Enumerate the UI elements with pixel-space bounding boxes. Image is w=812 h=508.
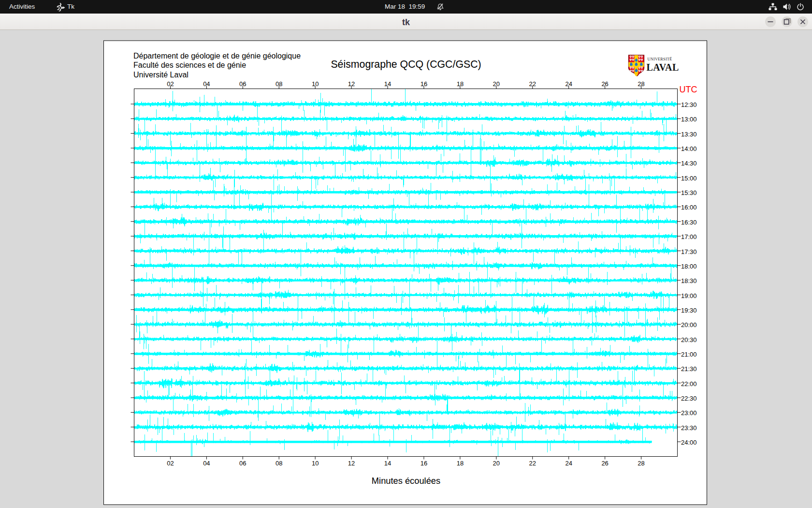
svg-text:UTC: UTC: [680, 85, 697, 94]
svg-text:Université Laval: Université Laval: [133, 71, 188, 79]
svg-text:22:00: 22:00: [681, 380, 697, 388]
svg-text:08: 08: [276, 80, 282, 88]
svg-text:18: 18: [457, 80, 464, 88]
svg-text:14:30: 14:30: [681, 160, 697, 167]
svg-text:22:30: 22:30: [681, 395, 697, 402]
svg-text:16:30: 16:30: [681, 219, 697, 226]
svg-text:15:30: 15:30: [681, 189, 697, 196]
svg-text:18:00: 18:00: [681, 263, 697, 270]
svg-text:Séismographe QCQ (CGC/GSC): Séismographe QCQ (CGC/GSC): [331, 59, 481, 70]
svg-text:06: 06: [239, 460, 246, 467]
svg-text:26: 26: [601, 460, 608, 467]
svg-text:24: 24: [565, 80, 572, 88]
svg-text:19:30: 19:30: [681, 307, 697, 314]
svg-text:18:30: 18:30: [681, 277, 697, 284]
svg-text:14: 14: [384, 80, 391, 88]
svg-text:04: 04: [203, 460, 210, 467]
svg-text:17:30: 17:30: [681, 248, 697, 255]
svg-text:16:00: 16:00: [681, 204, 697, 211]
svg-text:08: 08: [276, 460, 282, 467]
svg-text:12:30: 12:30: [681, 101, 697, 108]
svg-text:20: 20: [493, 80, 500, 88]
svg-text:10: 10: [312, 460, 319, 467]
svg-text:02: 02: [167, 80, 174, 88]
svg-text:18: 18: [457, 460, 464, 467]
svg-text:UNIVERSITÉ: UNIVERSITÉ: [648, 57, 672, 61]
svg-text:15:00: 15:00: [681, 175, 697, 182]
svg-text:21:00: 21:00: [681, 351, 697, 358]
svg-text:19:00: 19:00: [681, 292, 697, 299]
svg-text:20: 20: [493, 460, 500, 467]
svg-text:14:00: 14:00: [681, 145, 697, 152]
svg-text:Minutes écoulées: Minutes écoulées: [372, 476, 440, 486]
svg-text:20:00: 20:00: [681, 321, 697, 329]
svg-text:17:00: 17:00: [681, 233, 697, 240]
svg-text:06: 06: [239, 80, 246, 88]
svg-text:14: 14: [384, 460, 391, 467]
svg-text:22: 22: [529, 460, 536, 467]
svg-text:24:00: 24:00: [681, 439, 697, 446]
svg-text:12: 12: [348, 80, 355, 88]
svg-text:04: 04: [203, 80, 210, 88]
svg-text:23:30: 23:30: [681, 424, 697, 432]
svg-text:13:00: 13:00: [681, 116, 697, 123]
svg-text:13:30: 13:30: [681, 131, 697, 138]
svg-text:Faculté des sciences et de gén: Faculté des sciences et de génie: [133, 61, 246, 69]
svg-text:LAVAL: LAVAL: [647, 62, 679, 73]
svg-text:21:30: 21:30: [681, 365, 697, 373]
svg-text:Département de géologie et de: Département de géologie et de génie géol…: [133, 52, 301, 60]
svg-text:26: 26: [601, 80, 608, 88]
svg-text:12: 12: [348, 460, 355, 467]
svg-text:16: 16: [420, 460, 427, 467]
svg-text:20:30: 20:30: [681, 336, 697, 344]
svg-text:22: 22: [529, 80, 536, 88]
svg-text:28: 28: [638, 80, 644, 88]
svg-text:10: 10: [312, 80, 319, 88]
svg-text:23:00: 23:00: [681, 409, 697, 417]
svg-text:02: 02: [167, 460, 174, 467]
svg-text:16: 16: [420, 80, 427, 88]
svg-text:28: 28: [638, 460, 644, 467]
svg-text:24: 24: [565, 460, 572, 467]
